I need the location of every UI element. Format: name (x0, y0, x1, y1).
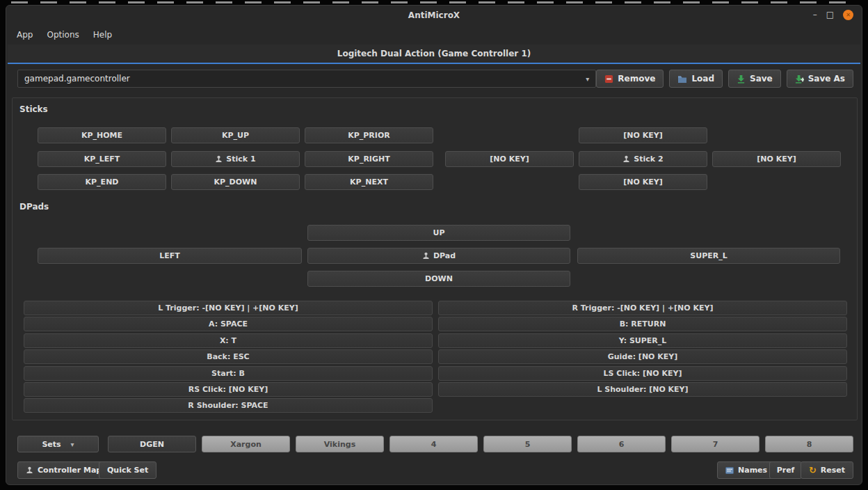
joystick-icon (215, 155, 223, 163)
pref-button[interactable]: Pref (769, 461, 802, 479)
chevron-down-icon: ▾ (586, 75, 589, 83)
save-button[interactable]: Save (728, 70, 781, 88)
l-shoulder-button[interactable]: L Shoulder: [NO KEY] (438, 382, 847, 397)
dpad-center-button[interactable]: DPad (307, 248, 570, 264)
menu-app[interactable]: App (10, 28, 39, 42)
joystick-icon (26, 466, 33, 474)
dpad-up-button[interactable]: UP (307, 225, 570, 241)
sets-dropdown-button[interactable]: Sets ▾ (17, 436, 99, 452)
load-button[interactable]: Load (669, 70, 723, 88)
reset-icon: ↻ (809, 466, 817, 475)
set-tab-6[interactable]: 6 (577, 436, 666, 452)
menu-options[interactable]: Options (40, 28, 85, 42)
reset-label: Reset (821, 466, 845, 475)
rs-click-button[interactable]: RS Click: [NO KEY] (24, 382, 433, 397)
profile-combobox[interactable]: gamepad.gamecontroller ▾ (17, 70, 596, 88)
x-button[interactable]: X: T (24, 333, 433, 348)
stick2-right-button[interactable]: [NO KEY] (712, 151, 841, 167)
quick-set-button[interactable]: Quick Set (99, 461, 156, 479)
close-button[interactable]: ✕ (843, 10, 853, 20)
load-label: Load (691, 74, 714, 84)
reset-button[interactable]: ↻ Reset (801, 461, 853, 479)
a-button[interactable]: A: SPACE (24, 317, 433, 331)
joystick-icon (622, 155, 630, 163)
stick2-down-button[interactable]: [NO KEY] (579, 174, 707, 190)
set-tab-4[interactable]: 4 (389, 436, 478, 452)
stick1-up-left-button[interactable]: KP_HOME (38, 127, 166, 143)
window-controls: – □ ✕ (813, 10, 853, 20)
stick1-up-button[interactable]: KP_UP (171, 127, 300, 143)
stick1-right-button[interactable]: KP_RIGHT (305, 151, 433, 167)
save-as-button[interactable]: Save As (787, 70, 853, 88)
stick1-down-right-button[interactable]: KP_NEXT (305, 174, 433, 190)
pref-label: Pref (777, 466, 795, 475)
save-label: Save (750, 74, 773, 84)
guide-button[interactable]: Guide: [NO KEY] (438, 349, 847, 364)
names-label: Names (738, 466, 767, 475)
stick2-left-button[interactable]: [NO KEY] (445, 151, 574, 167)
names-button[interactable]: Names (717, 461, 775, 479)
r-trigger-button[interactable]: R Trigger: -[NO KEY] | +[NO KEY] (438, 301, 847, 315)
titlebar-dash-decoration (11, 1, 857, 3)
dpad-left-button[interactable]: LEFT (38, 248, 302, 264)
maximize-button[interactable]: □ (826, 10, 834, 20)
chevron-down-icon: ▾ (71, 441, 74, 448)
b-button[interactable]: B: RETURN (438, 317, 847, 331)
stick2-center-button[interactable]: Stick 2 (579, 151, 707, 167)
dpads-heading: DPads (19, 202, 49, 212)
stick1-center-button[interactable]: Stick 1 (171, 151, 300, 167)
menu-help[interactable]: Help (87, 28, 118, 42)
stick1-down-button[interactable]: KP_DOWN (171, 174, 300, 190)
save-as-label: Save As (808, 74, 845, 84)
save-as-icon (795, 74, 804, 84)
set-tab-8[interactable]: 8 (765, 436, 853, 452)
stick1-label: Stick 1 (226, 155, 255, 164)
joystick-icon (422, 252, 430, 260)
remove-label: Remove (618, 74, 655, 84)
window-title: AntiMicroX (6, 10, 862, 20)
sticks-heading: Sticks (19, 104, 48, 114)
name-card-icon (725, 467, 734, 474)
save-download-icon (737, 74, 746, 84)
l-trigger-button[interactable]: L Trigger: -[NO KEY] | +[NO KEY] (24, 301, 433, 315)
titlebar[interactable]: AntiMicroX – □ ✕ (6, 6, 862, 25)
remove-button[interactable]: Remove (596, 70, 664, 88)
stick2-label: Stick 2 (634, 155, 663, 164)
set-tab-vikings[interactable]: Vikings (296, 436, 384, 452)
ls-click-button[interactable]: LS Click: [NO KEY] (438, 366, 847, 381)
dpad-down-button[interactable]: DOWN (307, 271, 570, 287)
dpad-label: DPad (433, 251, 456, 260)
dpad-right-button[interactable]: SUPER_L (577, 248, 840, 264)
menubar: App Options Help (10, 27, 118, 42)
controller-tab[interactable]: Logitech Dual Action (Game Controller 1) (8, 45, 860, 64)
set-tab-5[interactable]: 5 (483, 436, 572, 452)
start-button[interactable]: Start: B (24, 366, 433, 381)
controller-title: Logitech Dual Action (Game Controller 1) (337, 49, 531, 58)
folder-open-icon (677, 74, 687, 84)
sets-label: Sets (42, 440, 61, 449)
quick-set-label: Quick Set (107, 466, 148, 475)
sets-row: Sets ▾ DGEN Xargon Vikings 4 5 6 7 8 (6, 436, 862, 452)
back-button[interactable]: Back: ESC (24, 349, 433, 364)
profile-buttons: Remove Load Save Save As (596, 70, 853, 88)
set-tab-dgen[interactable]: DGEN (108, 436, 196, 452)
stick1-left-button[interactable]: KP_LEFT (38, 151, 166, 167)
profile-row: gamepad.gamecontroller ▾ Remove Load S (17, 70, 853, 88)
r-shoulder-button[interactable]: R Shoulder: SPACE (24, 398, 433, 413)
set-tab-xargon[interactable]: Xargon (202, 436, 290, 452)
minimize-button[interactable]: – (813, 10, 817, 20)
remove-icon (604, 74, 613, 84)
stick2-up-button[interactable]: [NO KEY] (579, 127, 707, 143)
profile-value: gamepad.gamecontroller (24, 74, 586, 84)
y-button[interactable]: Y: SUPER_L (438, 333, 847, 348)
main-panel: Sticks KP_HOME KP_UP KP_PRIOR KP_LEFT St… (12, 97, 858, 420)
antimicrox-window: AntiMicroX – □ ✕ App Options Help Logite… (6, 5, 862, 485)
set-tab-7[interactable]: 7 (671, 436, 760, 452)
stick1-up-right-button[interactable]: KP_PRIOR (305, 127, 433, 143)
stick1-down-left-button[interactable]: KP_END (38, 174, 166, 190)
